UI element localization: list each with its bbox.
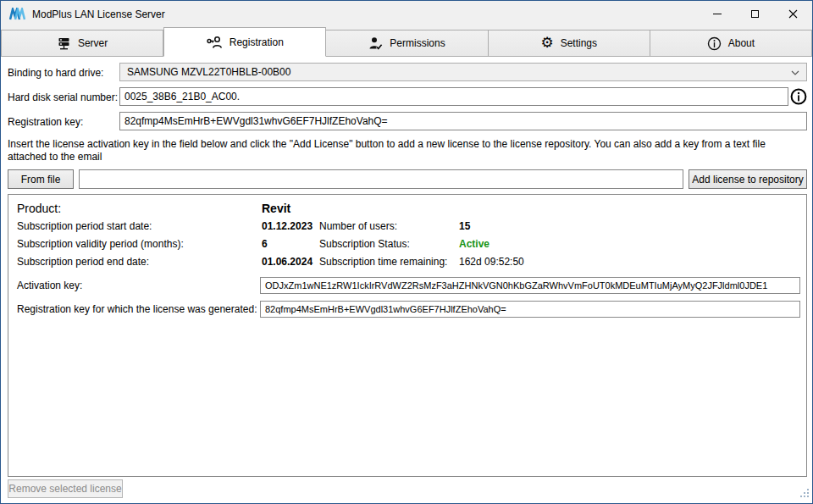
from-file-button-label: From file xyxy=(21,174,61,186)
end-date-label: Subscription period end date: xyxy=(17,256,149,268)
binding-label: Binding to hard drive: xyxy=(8,67,103,79)
instructions-text: Insert the license activation key in the… xyxy=(8,138,807,163)
remove-license-button-label: Remove selected license xyxy=(8,483,121,495)
activation-key-label: Activation key: xyxy=(17,280,82,291)
license-list-panel[interactable]: Product: Revit Subscription period start… xyxy=(8,194,807,477)
maximize-icon xyxy=(751,10,759,18)
tab-permissions[interactable]: Permissions xyxy=(326,30,488,57)
server-icon xyxy=(57,36,71,51)
tab-settings[interactable]: ⚙ Settings xyxy=(489,30,650,57)
status-label: Subscription Status: xyxy=(319,238,410,250)
status-value: Active xyxy=(459,238,489,250)
add-license-button[interactable]: Add license to repository xyxy=(689,169,807,189)
validity-label: Subscription validity period (months): xyxy=(17,238,184,250)
time-remaining-value: 162d 09:52:50 xyxy=(459,256,524,268)
regkey-label: Registration key: xyxy=(8,116,83,128)
info-circle-icon xyxy=(707,36,722,51)
generated-regkey-label: Registration key for which the license w… xyxy=(17,303,257,315)
tab-settings-label: Settings xyxy=(561,37,597,49)
window-title: ModPlus LAN License Server xyxy=(32,8,165,20)
minimize-button[interactable] xyxy=(698,1,736,27)
tab-about[interactable]: About xyxy=(650,30,812,57)
tab-registration[interactable]: Registration xyxy=(163,27,326,57)
serial-info-icon[interactable] xyxy=(790,88,807,108)
hard-drive-combobox[interactable]: SAMSUNG MZVL22T0HBLB-00B00 xyxy=(119,63,807,81)
license-list-item[interactable]: Product: Revit Subscription period start… xyxy=(8,195,806,322)
close-icon xyxy=(788,9,798,19)
tab-permissions-label: Permissions xyxy=(390,37,445,49)
title-bar: ModPlus LAN License Server xyxy=(1,1,812,27)
person-check-icon xyxy=(368,36,383,50)
close-button[interactable] xyxy=(774,1,812,27)
modplus-logo-icon xyxy=(9,8,25,20)
product-label: Product: xyxy=(17,202,61,215)
resize-grip[interactable] xyxy=(799,487,810,501)
time-remaining-label: Subscription time remaining: xyxy=(319,256,447,268)
from-file-button[interactable]: From file xyxy=(8,169,74,189)
hard-drive-combobox-value: SAMSUNG MZVL22T0HBLB-00B00 xyxy=(127,66,290,78)
remove-license-button[interactable]: Remove selected license xyxy=(8,479,123,498)
generated-regkey-input[interactable] xyxy=(260,301,800,318)
tab-about-label: About xyxy=(728,37,755,49)
add-license-button-label: Add license to repository xyxy=(692,174,803,186)
key-person-icon xyxy=(207,36,223,49)
start-date-label: Subscription period start date: xyxy=(17,220,152,232)
users-value: 15 xyxy=(459,220,470,232)
chevron-down-icon xyxy=(791,66,799,78)
gear-icon: ⚙ xyxy=(540,36,553,50)
activation-key-input[interactable] xyxy=(260,277,800,294)
license-key-input[interactable] xyxy=(79,169,683,189)
tab-server[interactable]: Server xyxy=(1,30,163,57)
users-label: Number of users: xyxy=(319,220,397,232)
tab-server-label: Server xyxy=(78,37,108,49)
serial-input[interactable] xyxy=(119,87,788,106)
regkey-input[interactable] xyxy=(119,112,807,130)
product-value: Revit xyxy=(262,202,290,215)
serial-label: Hard disk serial number: xyxy=(8,91,118,103)
validity-value: 6 xyxy=(262,238,268,250)
tab-registration-label: Registration xyxy=(230,36,284,48)
end-date-value: 01.06.2024 xyxy=(262,256,312,268)
maximize-button[interactable] xyxy=(736,1,774,27)
minimize-icon xyxy=(713,14,722,14)
tab-strip: Server Registration Permissions ⚙ Settin… xyxy=(1,27,812,57)
app-window: ModPlus LAN License Server xyxy=(0,0,813,504)
start-date-value: 01.12.2023 xyxy=(262,220,312,232)
